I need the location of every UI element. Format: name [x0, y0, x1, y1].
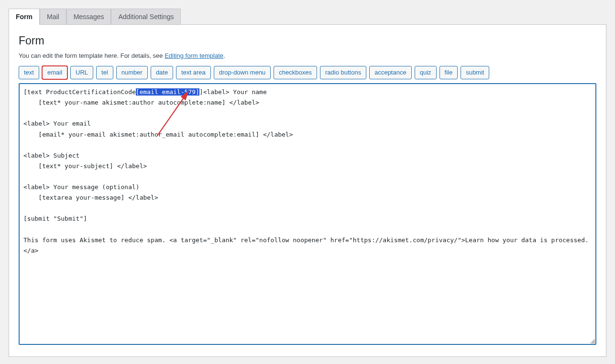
tag-submit-button[interactable]: submit — [461, 66, 489, 79]
intro-link[interactable]: Editing form template — [165, 52, 223, 59]
tag-checkboxes-button[interactable]: checkboxes — [274, 66, 317, 79]
tag-dropdown-button[interactable]: drop-down menu — [214, 66, 271, 79]
editor-wrap: [text ProductCertificationCode[email ema… — [19, 83, 596, 345]
tab-additional-settings[interactable]: Additional Settings — [111, 9, 181, 24]
tag-date-button[interactable]: date — [151, 66, 173, 79]
tag-quiz-button[interactable]: quiz — [415, 66, 437, 79]
tag-email-button[interactable]: email — [42, 66, 67, 79]
tab-form[interactable]: Form — [9, 9, 40, 25]
tag-acceptance-button[interactable]: acceptance — [369, 66, 412, 79]
intro-suffix: . — [223, 52, 225, 59]
form-template-editor[interactable]: [text ProductCertificationCode[email ema… — [19, 83, 596, 345]
tab-messages[interactable]: Messages — [66, 9, 111, 24]
tag-number-button[interactable]: number — [116, 66, 148, 79]
intro-prefix: You can edit the form template here. For… — [19, 52, 165, 59]
tag-textarea-button[interactable]: text area — [176, 66, 211, 79]
tag-url-button[interactable]: URL — [70, 66, 93, 79]
tag-radio-button[interactable]: radio buttons — [320, 66, 366, 79]
intro-text: You can edit the form template here. For… — [19, 52, 596, 59]
tag-text-button[interactable]: text — [19, 66, 39, 79]
tab-mail[interactable]: Mail — [40, 9, 66, 24]
tag-button-row: text email URL tel number date text area… — [19, 66, 596, 79]
selected-text: [email email-579] — [136, 88, 199, 96]
tag-file-button[interactable]: file — [439, 66, 458, 79]
tab-bar: Form Mail Messages Additional Settings — [9, 9, 606, 25]
form-panel: Form You can edit the form template here… — [9, 25, 606, 357]
section-title: Form — [19, 34, 596, 47]
tag-tel-button[interactable]: tel — [96, 66, 113, 79]
